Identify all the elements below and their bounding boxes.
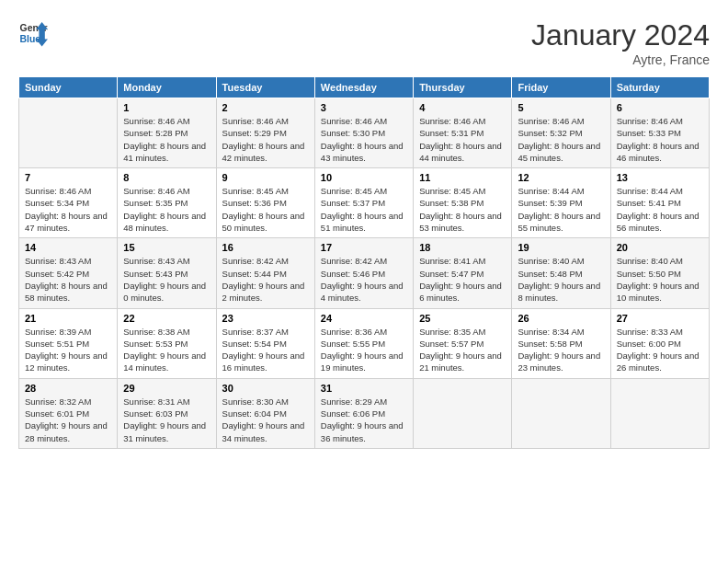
day-info: Sunrise: 8:45 AMSunset: 5:38 PMDaylight:… xyxy=(419,186,502,233)
week-row-4: 21 Sunrise: 8:39 AMSunset: 5:51 PMDaylig… xyxy=(19,308,710,378)
calendar-cell: 29 Sunrise: 8:31 AMSunset: 6:03 PMDaylig… xyxy=(118,378,216,448)
calendar-cell: 27 Sunrise: 8:33 AMSunset: 6:00 PMDaylig… xyxy=(610,308,709,378)
calendar-cell: 19 Sunrise: 8:40 AMSunset: 5:48 PMDaylig… xyxy=(512,238,610,308)
calendar-cell: 25 Sunrise: 8:35 AMSunset: 5:57 PMDaylig… xyxy=(414,308,512,378)
day-number: 11 xyxy=(419,172,506,183)
col-monday: Monday xyxy=(118,77,216,98)
day-number: 14 xyxy=(25,242,111,253)
calendar-page: General Blue January 2024 Aytre, France … xyxy=(0,0,728,563)
calendar-cell xyxy=(19,98,118,168)
day-number: 3 xyxy=(321,102,407,113)
col-wednesday: Wednesday xyxy=(314,77,413,98)
calendar-cell: 28 Sunrise: 8:32 AMSunset: 6:01 PMDaylig… xyxy=(19,378,118,448)
calendar-cell: 18 Sunrise: 8:41 AMSunset: 5:47 PMDaylig… xyxy=(414,238,512,308)
header: General Blue January 2024 Aytre, France xyxy=(18,18,710,67)
day-number: 27 xyxy=(617,313,703,324)
week-row-5: 28 Sunrise: 8:32 AMSunset: 6:01 PMDaylig… xyxy=(19,378,710,448)
day-info: Sunrise: 8:46 AMSunset: 5:28 PMDaylight:… xyxy=(123,116,206,163)
calendar-cell: 5 Sunrise: 8:46 AMSunset: 5:32 PMDayligh… xyxy=(512,98,610,168)
day-info: Sunrise: 8:46 AMSunset: 5:31 PMDaylight:… xyxy=(419,116,502,163)
day-info: Sunrise: 8:31 AMSunset: 6:03 PMDaylight:… xyxy=(123,396,206,443)
calendar-cell: 4 Sunrise: 8:46 AMSunset: 5:31 PMDayligh… xyxy=(414,98,512,168)
day-info: Sunrise: 8:38 AMSunset: 5:53 PMDaylight:… xyxy=(123,327,206,373)
day-info: Sunrise: 8:45 AMSunset: 5:36 PMDaylight:… xyxy=(222,186,305,233)
calendar-cell: 23 Sunrise: 8:37 AMSunset: 5:54 PMDaylig… xyxy=(216,308,314,378)
day-number: 5 xyxy=(518,102,604,113)
day-info: Sunrise: 8:43 AMSunset: 5:43 PMDaylight:… xyxy=(123,256,206,303)
calendar-cell: 10 Sunrise: 8:45 AMSunset: 5:37 PMDaylig… xyxy=(314,168,413,238)
day-info: Sunrise: 8:46 AMSunset: 5:34 PMDaylight:… xyxy=(25,186,108,233)
day-number: 13 xyxy=(617,172,703,183)
day-info: Sunrise: 8:46 AMSunset: 5:35 PMDaylight:… xyxy=(123,186,206,233)
week-row-3: 14 Sunrise: 8:43 AMSunset: 5:42 PMDaylig… xyxy=(19,238,710,308)
calendar-cell: 11 Sunrise: 8:45 AMSunset: 5:38 PMDaylig… xyxy=(414,168,512,238)
day-info: Sunrise: 8:41 AMSunset: 5:47 PMDaylight:… xyxy=(419,256,502,303)
day-number: 4 xyxy=(419,102,506,113)
day-info: Sunrise: 8:33 AMSunset: 6:00 PMDaylight:… xyxy=(617,327,700,373)
day-number: 15 xyxy=(123,242,210,253)
calendar-cell: 16 Sunrise: 8:42 AMSunset: 5:44 PMDaylig… xyxy=(216,238,314,308)
day-number: 18 xyxy=(419,242,506,253)
day-info: Sunrise: 8:45 AMSunset: 5:37 PMDaylight:… xyxy=(321,186,404,233)
day-info: Sunrise: 8:39 AMSunset: 5:51 PMDaylight:… xyxy=(25,327,108,373)
day-info: Sunrise: 8:36 AMSunset: 5:55 PMDaylight:… xyxy=(321,327,404,373)
day-info: Sunrise: 8:44 AMSunset: 5:41 PMDaylight:… xyxy=(617,186,700,233)
calendar-cell: 9 Sunrise: 8:45 AMSunset: 5:36 PMDayligh… xyxy=(216,168,314,238)
calendar-cell: 31 Sunrise: 8:29 AMSunset: 6:06 PMDaylig… xyxy=(314,378,413,448)
day-info: Sunrise: 8:46 AMSunset: 5:29 PMDaylight:… xyxy=(222,116,305,163)
day-number: 26 xyxy=(518,313,604,324)
calendar-cell: 2 Sunrise: 8:46 AMSunset: 5:29 PMDayligh… xyxy=(216,98,314,168)
day-info: Sunrise: 8:34 AMSunset: 5:58 PMDaylight:… xyxy=(518,327,600,373)
day-info: Sunrise: 8:46 AMSunset: 5:30 PMDaylight:… xyxy=(321,116,404,163)
day-number: 25 xyxy=(419,313,506,324)
calendar-cell xyxy=(414,378,512,448)
day-info: Sunrise: 8:35 AMSunset: 5:57 PMDaylight:… xyxy=(419,327,502,373)
day-number: 9 xyxy=(222,172,309,183)
col-sunday: Sunday xyxy=(19,77,118,98)
subtitle: Aytre, France xyxy=(531,52,710,67)
day-info: Sunrise: 8:29 AMSunset: 6:06 PMDaylight:… xyxy=(321,396,404,443)
day-number: 10 xyxy=(321,172,407,183)
day-number: 19 xyxy=(518,242,604,253)
calendar-cell: 17 Sunrise: 8:42 AMSunset: 5:46 PMDaylig… xyxy=(314,238,413,308)
day-number: 29 xyxy=(123,383,210,394)
calendar-table: Sunday Monday Tuesday Wednesday Thursday… xyxy=(18,76,710,449)
day-number: 31 xyxy=(321,383,407,394)
calendar-cell: 21 Sunrise: 8:39 AMSunset: 5:51 PMDaylig… xyxy=(19,308,118,378)
day-info: Sunrise: 8:40 AMSunset: 5:48 PMDaylight:… xyxy=(518,256,600,303)
day-info: Sunrise: 8:40 AMSunset: 5:50 PMDaylight:… xyxy=(617,256,700,303)
day-number: 8 xyxy=(123,172,210,183)
day-number: 21 xyxy=(25,313,111,324)
day-number: 28 xyxy=(25,383,111,394)
day-number: 20 xyxy=(617,242,703,253)
calendar-cell: 14 Sunrise: 8:43 AMSunset: 5:42 PMDaylig… xyxy=(19,238,118,308)
calendar-cell: 20 Sunrise: 8:40 AMSunset: 5:50 PMDaylig… xyxy=(610,238,709,308)
day-number: 24 xyxy=(321,313,407,324)
day-number: 7 xyxy=(25,172,111,183)
day-number: 16 xyxy=(222,242,309,253)
col-friday: Friday xyxy=(512,77,610,98)
day-info: Sunrise: 8:44 AMSunset: 5:39 PMDaylight:… xyxy=(518,186,600,233)
day-info: Sunrise: 8:46 AMSunset: 5:33 PMDaylight:… xyxy=(617,116,700,163)
header-row: Sunday Monday Tuesday Wednesday Thursday… xyxy=(19,77,710,98)
logo-icon: General Blue xyxy=(18,18,48,48)
calendar-cell: 24 Sunrise: 8:36 AMSunset: 5:55 PMDaylig… xyxy=(314,308,413,378)
week-row-2: 7 Sunrise: 8:46 AMSunset: 5:34 PMDayligh… xyxy=(19,168,710,238)
col-thursday: Thursday xyxy=(414,77,512,98)
day-number: 23 xyxy=(222,313,309,324)
calendar-cell: 12 Sunrise: 8:44 AMSunset: 5:39 PMDaylig… xyxy=(512,168,610,238)
calendar-cell: 22 Sunrise: 8:38 AMSunset: 5:53 PMDaylig… xyxy=(118,308,216,378)
calendar-cell: 30 Sunrise: 8:30 AMSunset: 6:04 PMDaylig… xyxy=(216,378,314,448)
col-tuesday: Tuesday xyxy=(216,77,314,98)
calendar-cell: 13 Sunrise: 8:44 AMSunset: 5:41 PMDaylig… xyxy=(610,168,709,238)
title-block: January 2024 Aytre, France xyxy=(531,18,710,67)
logo: General Blue xyxy=(18,18,48,48)
main-title: January 2024 xyxy=(531,18,710,52)
calendar-cell: 15 Sunrise: 8:43 AMSunset: 5:43 PMDaylig… xyxy=(118,238,216,308)
day-info: Sunrise: 8:46 AMSunset: 5:32 PMDaylight:… xyxy=(518,116,600,163)
calendar-cell: 7 Sunrise: 8:46 AMSunset: 5:34 PMDayligh… xyxy=(19,168,118,238)
col-saturday: Saturday xyxy=(610,77,709,98)
day-number: 17 xyxy=(321,242,407,253)
day-info: Sunrise: 8:43 AMSunset: 5:42 PMDaylight:… xyxy=(25,256,108,303)
calendar-cell xyxy=(610,378,709,448)
